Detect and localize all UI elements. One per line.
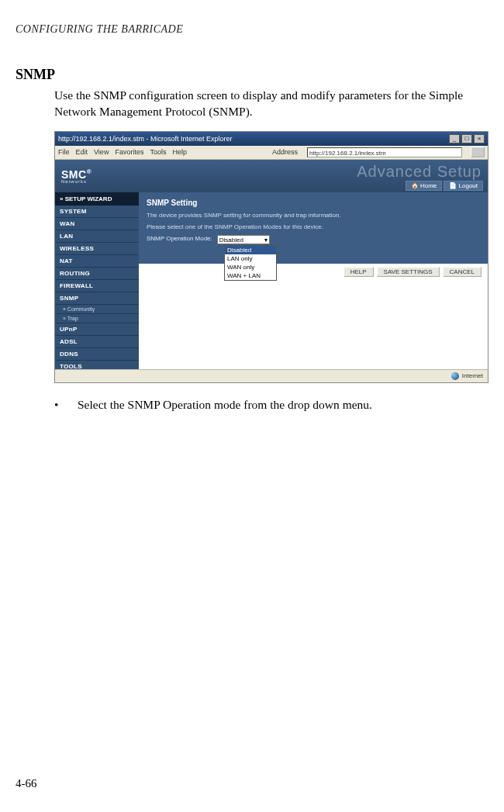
sidebar-sub-community[interactable]: » Community — [55, 305, 139, 314]
opmode-option-lan[interactable]: LAN only — [225, 254, 276, 263]
cancel-button[interactable]: CANCEL — [443, 267, 482, 277]
menu-help[interactable]: Help — [172, 148, 187, 156]
bullet-text: Select the SNMP Operation mode from the … — [78, 397, 372, 413]
address-label: Address — [272, 148, 298, 156]
snmp-screenshot-figure: http://192.168.2.1/index.stm - Microsoft… — [54, 131, 488, 383]
opmode-option-disabled[interactable]: Disabled — [225, 246, 276, 254]
sidebar-item-firewall[interactable]: FIREWALL — [55, 280, 139, 292]
minimize-button[interactable]: _ — [449, 134, 460, 143]
chevron-down-icon: ▾ — [264, 236, 268, 244]
sidebar-item-ddns[interactable]: DDNS — [55, 348, 139, 361]
panel-line1: The device provides SNMP setting for com… — [147, 212, 480, 219]
sidebar-item-lan[interactable]: LAN — [55, 230, 139, 243]
sidebar: » SETUP WIZARD SYSTEM WAN LAN WIRELESS N… — [55, 192, 139, 371]
section-title: SNMP — [0, 67, 504, 88]
ie-menu-bar: File Edit View Favorites Tools Help Addr… — [55, 146, 488, 160]
sidebar-item-upnp[interactable]: UPnP — [55, 323, 139, 336]
address-input[interactable]: http://192.168.2.1/index.stm — [307, 147, 462, 157]
running-header: CONFIGURING THE BARRICADE — [0, 23, 504, 67]
opmode-select[interactable]: Disabled▾ — [217, 235, 270, 244]
menu-tools[interactable]: Tools — [150, 148, 166, 156]
close-button[interactable]: × — [474, 134, 485, 143]
page-number: 4-66 — [16, 777, 37, 790]
opmode-label: SNMP Operation Mode: — [147, 235, 212, 242]
sidebar-item-routing[interactable]: ROUTING — [55, 268, 139, 280]
ie-title-bar: http://192.168.2.1/index.stm - Microsoft… — [55, 132, 488, 146]
help-button[interactable]: HELP — [343, 267, 374, 277]
sidebar-sub-trap[interactable]: » Trap — [55, 314, 139, 323]
sidebar-item-snmp[interactable]: SNMP — [55, 292, 139, 305]
intro-paragraph: Use the SNMP configuration screen to dis… — [0, 88, 504, 131]
panel-line2: Please select one of the SNMP Operation … — [147, 223, 480, 230]
sidebar-item-wireless[interactable]: WIRELESS — [55, 243, 139, 255]
ie-status-bar: Internet — [55, 369, 488, 382]
opmode-dropdown-list[interactable]: Disabled LAN only WAN only WAN + LAN — [224, 245, 277, 281]
maximize-button[interactable]: □ — [461, 134, 472, 143]
sidebar-item-system[interactable]: SYSTEM — [55, 206, 139, 218]
banner-text: Advanced Setup — [357, 163, 482, 181]
ie-window-title: http://192.168.2.1/index.stm - Microsoft… — [58, 135, 233, 143]
home-link[interactable]: 🏠 Home — [406, 181, 443, 191]
sidebar-setup-wizard[interactable]: » SETUP WIZARD — [55, 192, 139, 206]
menu-view[interactable]: View — [94, 148, 109, 156]
opmode-option-wan[interactable]: WAN only — [225, 263, 276, 271]
bullet-item: • Select the SNMP Operation mode from th… — [0, 383, 504, 413]
menu-favorites[interactable]: Favorites — [115, 148, 143, 156]
bullet-marker: • — [54, 397, 78, 413]
save-button[interactable]: SAVE SETTINGS — [377, 267, 440, 277]
sidebar-item-nat[interactable]: NAT — [55, 255, 139, 268]
internet-zone-icon — [451, 372, 459, 380]
content-area: SNMP Setting The device provides SNMP se… — [139, 192, 488, 371]
go-button[interactable] — [471, 147, 485, 157]
panel-title: SNMP Setting — [147, 199, 480, 207]
menu-file[interactable]: File — [58, 148, 70, 156]
menu-edit[interactable]: Edit — [76, 148, 88, 156]
smc-logo-sub: Networks — [61, 179, 91, 184]
app-header: SMC® Networks Advanced Setup 🏠 Home 📄 Lo… — [55, 160, 488, 192]
opmode-option-wanlan[interactable]: WAN + LAN — [225, 271, 276, 280]
logout-link[interactable]: 📄 Logout — [444, 181, 483, 191]
sidebar-item-adsl[interactable]: ADSL — [55, 336, 139, 348]
internet-zone-label: Internet — [462, 372, 483, 379]
sidebar-item-wan[interactable]: WAN — [55, 218, 139, 230]
